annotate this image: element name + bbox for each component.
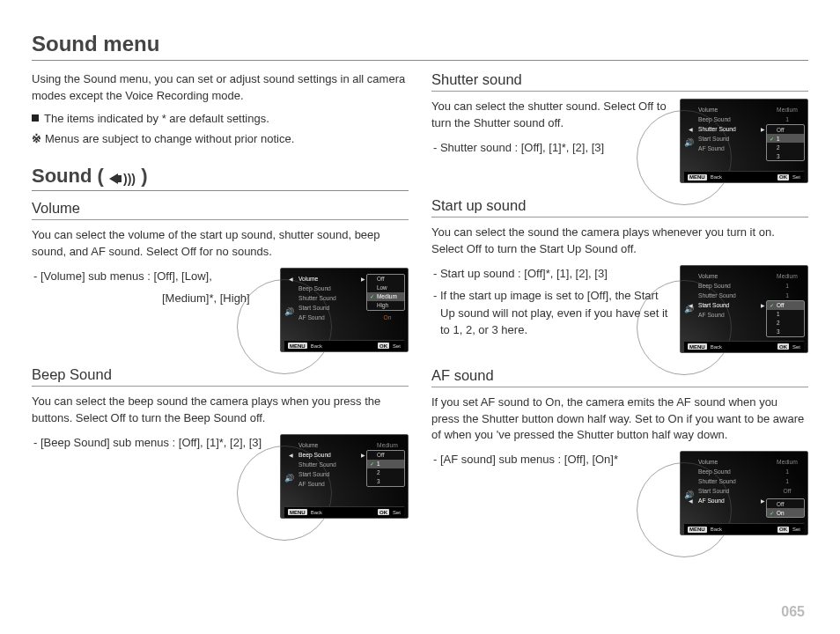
reference-mark-icon: ※ bbox=[32, 132, 41, 145]
volume-heading: Volume bbox=[32, 200, 409, 220]
af-text: - [AF sound] sub menus : [Off], [On]* bbox=[431, 451, 673, 474]
page-title: Sound menu bbox=[32, 32, 808, 61]
beep-opts: - [Beep Sound] sub menus : [Off], [1]*, … bbox=[32, 434, 273, 457]
menu-item-shutter: Shutter Sound1 bbox=[684, 476, 804, 486]
volume-body: You can select the volume of the start u… bbox=[32, 227, 409, 261]
cam-footer: MENUBack OKSet bbox=[284, 340, 404, 351]
shutter-heading: Shutter sound bbox=[431, 71, 808, 92]
beep-heading: Beep Sound bbox=[32, 366, 409, 387]
cam-footer: MENUBack OKSet bbox=[684, 341, 804, 352]
cam-footer: MENUBack OKSet bbox=[284, 506, 404, 518]
default-note: The items indicated by * are default set… bbox=[32, 110, 409, 129]
menu-item-volume: VolumeMedium bbox=[684, 271, 804, 281]
menu-item-beep: Beep Sound1 bbox=[684, 467, 804, 476]
menu-item-volume: VolumeMedium bbox=[284, 440, 404, 450]
menu-item-af: AF SoundOn bbox=[284, 313, 404, 322]
shutter-row: You can select the shutter sound. Select… bbox=[431, 99, 808, 183]
beep-row: - [Beep Sound] sub menus : [Off], [1]*, … bbox=[32, 434, 409, 519]
shutter-popup: Off 1 2 3 bbox=[766, 124, 805, 161]
af-heading: AF sound bbox=[431, 367, 808, 387]
manual-page: Sound menu Using the Sound menu, you can… bbox=[0, 0, 840, 553]
menu-item-beep: Beep Sound1 bbox=[684, 281, 804, 291]
af-body: If you set AF sound to On, the camera em… bbox=[431, 394, 808, 445]
menu-item-volume: VolumeMedium bbox=[684, 457, 804, 467]
right-column: Shutter sound You can select the shutter… bbox=[431, 71, 808, 535]
af-menu-screenshot: 🔊 VolumeMedium Beep Sound1 Shutter Sound… bbox=[680, 451, 808, 535]
volume-menu-screenshot: 🔊 Volume Beep Sound Shutter Sound Start … bbox=[280, 268, 409, 352]
startup-body: You can select the sound the camera play… bbox=[431, 225, 808, 258]
change-note: ※Menus are subject to change without pri… bbox=[32, 130, 409, 149]
menu-item-volume: VolumeMedium bbox=[684, 105, 804, 114]
columns: Using the Sound menu, you can set or adj… bbox=[32, 71, 808, 535]
left-column: Using the Sound menu, you can set or adj… bbox=[32, 71, 409, 535]
beep-body: You can select the beep sound the camera… bbox=[32, 394, 409, 427]
shutter-menu-screenshot: 🔊 VolumeMedium Beep Sound1 Shutter Sound… bbox=[680, 99, 808, 183]
page-number: 065 bbox=[781, 604, 805, 620]
intro-text: Using the Sound menu, you can set or adj… bbox=[32, 71, 409, 105]
volume-popup: Off Low Medium High bbox=[366, 274, 405, 311]
menu-item-beep: Beep Sound1 bbox=[684, 114, 804, 124]
beep-popup: Off 1 2 3 bbox=[366, 450, 405, 487]
startup-menu-screenshot: 🔊 VolumeMedium Beep Sound1 Shutter Sound… bbox=[680, 265, 808, 353]
startup-row: - Start up sound : [Off]*, [1], [2], [3]… bbox=[431, 265, 808, 353]
af-row: - [AF sound] sub menus : [Off], [On]* 🔊 … bbox=[431, 451, 808, 535]
beep-menu-screenshot: 🔊 VolumeMedium Beep Sound Shutter Sound … bbox=[280, 434, 409, 519]
af-popup: Off On bbox=[766, 498, 805, 518]
volume-row: - [Volume] sub menus : [Off], [Low], [Me… bbox=[32, 268, 409, 352]
startup-popup: Off 1 2 3 bbox=[766, 300, 805, 337]
speaker-icon: ))) bbox=[109, 173, 136, 185]
startup-heading: Start up sound bbox=[431, 197, 808, 217]
sound-section-heading: Sound ( ))) ) bbox=[32, 165, 409, 191]
square-bullet-icon bbox=[32, 114, 39, 122]
volume-opts: - [Volume] sub menus : [Off], [Low], [Me… bbox=[32, 268, 273, 313]
cam-footer: MENUBack OKSet bbox=[684, 523, 804, 534]
menu-item-start: Start SoundOff bbox=[684, 486, 804, 496]
menu-item-shutter: Shutter Sound1 bbox=[684, 291, 804, 300]
cam-footer: MENUBack OKSet bbox=[684, 171, 804, 182]
